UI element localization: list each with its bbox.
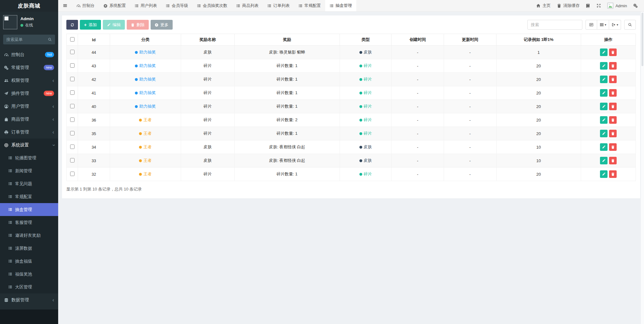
cell-category: 助力抽奖 [110,86,181,100]
sidebar-search-input[interactable] [6,37,48,42]
row-edit-button[interactable] [600,130,608,137]
nav-tab[interactable]: 会员抽奖次数 [192,0,232,11]
sidebar-subitem[interactable]: 大区管理 [0,281,58,293]
row-edit-button[interactable] [600,89,608,97]
row-delete-button[interactable] [609,116,617,124]
row-edit-button[interactable] [600,48,608,56]
sidebar-item[interactable]: 商品管理‹ [0,113,58,126]
add-button[interactable]: + 添加 [80,20,101,30]
doc-button[interactable] [586,3,590,8]
row-edit-button[interactable] [600,170,608,178]
row-checkbox[interactable] [70,63,75,68]
row-edit-button[interactable] [600,143,608,151]
sidebar-item[interactable]: 数据管理‹ [0,293,58,306]
fullscreen-button[interactable] [597,3,601,8]
row-checkbox[interactable] [70,117,75,122]
row-checkbox[interactable] [70,77,75,81]
row-checkbox[interactable] [70,145,75,149]
sidebar-subitem[interactable]: 滚屏数据 [0,242,58,255]
nav-tab[interactable]: 商品列表 [232,0,263,11]
type-dot [359,146,362,149]
row-delete-button[interactable] [609,157,617,164]
category-link[interactable]: 助力抽奖 [139,104,156,109]
category-link[interactable]: 王者 [143,158,152,163]
row-edit-button[interactable] [600,157,608,164]
sidebar-item[interactable]: 插件管理new [0,87,58,100]
category-link[interactable]: 王者 [143,172,152,176]
nav-tab[interactable]: 抽盒管理 [325,0,356,11]
printer-icon [4,130,8,134]
category-link[interactable]: 王者 [143,117,152,122]
row-checkbox[interactable] [70,131,75,135]
delete-button[interactable]: 删除 [127,20,149,30]
category-dot [139,146,142,149]
row-checkbox[interactable] [70,50,75,54]
pencil-icon [602,105,606,108]
sidebar-item[interactable]: 订单管理‹ [0,126,58,139]
nav-tab[interactable]: 订单列表 [263,0,294,11]
list-icon [8,285,12,289]
row-edit-button[interactable] [600,76,608,83]
sidebar-item[interactable]: 常规管理new [0,61,58,74]
table-search-input[interactable] [527,20,582,30]
row-delete-button[interactable] [609,103,617,110]
nav-tab[interactable]: 系统配置 [99,0,130,11]
scrollbar[interactable] [641,12,644,324]
row-delete-button[interactable] [609,143,617,151]
user-menu[interactable]: Admin [607,3,627,9]
sidebar-subitem[interactable]: 客服管理 [0,216,58,229]
category-link[interactable]: 王者 [143,145,152,149]
row-checkbox[interactable] [70,104,75,108]
type-dot [359,132,362,135]
clear-cache-button[interactable]: 清除缓存 [557,3,580,9]
sidebar-toggle-button[interactable] [58,0,72,11]
category-link[interactable]: 助力抽奖 [139,90,156,95]
delete-label: 删除 [136,22,145,28]
sidebar-item[interactable]: 控制台hot [0,48,58,61]
sidebar-subitem[interactable]: 常见问题 [0,177,58,190]
row-checkbox[interactable] [70,172,75,176]
columns-dropdown-button[interactable]: ▾ [597,20,609,30]
sidebar-subitem[interactable]: 轮播图管理 [0,151,58,164]
row-delete-button[interactable] [609,62,617,70]
category-link[interactable]: 助力抽奖 [139,50,156,54]
scrollbar-thumb[interactable] [641,13,643,66]
row-delete-button[interactable] [609,76,617,83]
sidebar-item[interactable]: 系统设置‹ [0,139,58,151]
row-checkbox[interactable] [70,90,75,95]
search-toggle-button[interactable] [624,20,636,30]
edit-button[interactable]: 编辑 [103,20,125,30]
row-delete-button[interactable] [609,130,617,137]
more-label: 更多 [160,22,169,28]
nav-tab[interactable]: 会员等级 [161,0,192,11]
nav-tab[interactable]: 控制台 [72,0,99,11]
sidebar-subitem[interactable]: 福值奖池 [0,268,58,281]
nav-tab[interactable]: 常规配置 [294,0,325,11]
refresh-button[interactable] [66,20,78,30]
home-link[interactable]: 主页 [536,3,551,9]
toggle-view-button[interactable] [586,20,597,30]
sidebar-subitem[interactable]: 邀请好友奖励 [0,229,58,242]
export-dropdown-button[interactable]: ▾ [609,20,621,30]
row-delete-button[interactable] [609,48,617,56]
settings-menu-button[interactable] [633,3,638,8]
row-delete-button[interactable] [609,170,617,178]
row-delete-button[interactable] [609,89,617,97]
sidebar-item[interactable]: 用户管理‹ [0,100,58,113]
row-edit-button[interactable] [600,62,608,70]
sidebar-subitem[interactable]: 常规配置 [0,190,58,203]
category-link[interactable]: 王者 [143,131,152,136]
sidebar-subitem[interactable]: 抽盒管理 [0,203,58,216]
row-checkbox[interactable] [70,158,75,162]
row-edit-button[interactable] [600,103,608,110]
trash-icon [557,3,561,8]
sidebar-subitem[interactable]: 抽盒福值 [0,255,58,268]
sidebar-item[interactable]: 权限管理‹ [0,74,58,87]
select-all-checkbox[interactable] [70,37,75,42]
nav-tab[interactable]: 用户列表 [130,0,161,11]
category-link[interactable]: 助力抽奖 [139,77,156,82]
more-button[interactable]: 更多 [151,20,173,30]
category-link[interactable]: 助力抽奖 [139,63,156,68]
sidebar-subitem[interactable]: 新闻管理 [0,164,58,177]
row-edit-button[interactable] [600,116,608,124]
